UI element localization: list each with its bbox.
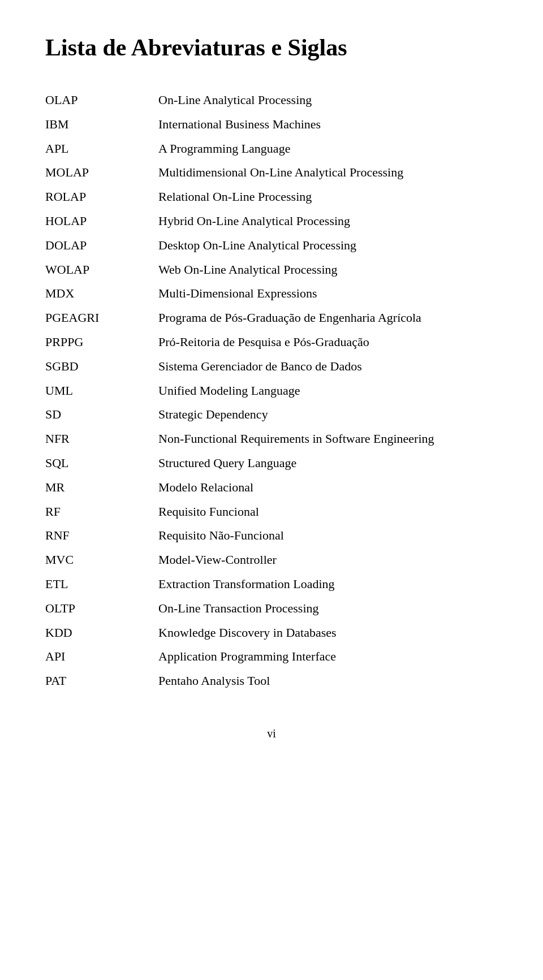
definition-cell: Multidimensional On-Line Analytical Proc… — [158, 161, 498, 185]
definition-cell: Pró-Reitoria de Pesquisa e Pós-Graduação — [158, 330, 498, 355]
abbreviation-cell: SGBD — [45, 355, 158, 379]
abbreviation-cell: OLTP — [45, 597, 158, 621]
abbreviation-cell: MOLAP — [45, 161, 158, 185]
table-row: ETLExtraction Transformation Loading — [45, 572, 498, 597]
abbreviation-cell: SD — [45, 403, 158, 427]
definition-cell: Requisito Funcional — [158, 500, 498, 524]
definition-cell: Pentaho Analysis Tool — [158, 669, 498, 693]
abbreviation-cell: API — [45, 645, 158, 669]
table-row: SGBDSistema Gerenciador de Banco de Dado… — [45, 355, 498, 379]
definition-cell: Requisito Não-Funcional — [158, 524, 498, 548]
abbreviation-cell: NFR — [45, 427, 158, 451]
table-row: SDStrategic Dependency — [45, 403, 498, 427]
abbreviations-table: OLAPOn-Line Analytical ProcessingIBMInte… — [45, 88, 498, 693]
page-title: Lista de Abreviaturas e Siglas — [45, 34, 498, 61]
definition-cell: Knowledge Discovery in Databases — [158, 621, 498, 645]
definition-cell: Sistema Gerenciador de Banco de Dados — [158, 355, 498, 379]
abbreviation-cell: RNF — [45, 524, 158, 548]
abbreviation-cell: UML — [45, 379, 158, 403]
definition-cell: Model-View-Controller — [158, 548, 498, 572]
definition-cell: On-Line Transaction Processing — [158, 597, 498, 621]
definition-cell: Hybrid On-Line Analytical Processing — [158, 209, 498, 234]
abbreviation-cell: WOLAP — [45, 258, 158, 282]
definition-cell: Extraction Transformation Loading — [158, 572, 498, 597]
table-row: WOLAPWeb On-Line Analytical Processing — [45, 258, 498, 282]
table-row: APIApplication Programming Interface — [45, 645, 498, 669]
table-row: MDXMulti-Dimensional Expressions — [45, 282, 498, 306]
definition-cell: Non-Functional Requirements in Software … — [158, 427, 498, 451]
abbreviation-cell: OLAP — [45, 88, 158, 113]
table-row: SQLStructured Query Language — [45, 451, 498, 476]
definition-cell: Modelo Relacional — [158, 476, 498, 500]
table-row: OLAPOn-Line Analytical Processing — [45, 88, 498, 113]
table-row: NFRNon-Functional Requirements in Softwa… — [45, 427, 498, 451]
abbreviation-cell: RF — [45, 500, 158, 524]
table-row: MOLAPMultidimensional On-Line Analytical… — [45, 161, 498, 185]
abbreviation-cell: DOLAP — [45, 234, 158, 258]
abbreviation-cell: ROLAP — [45, 185, 158, 209]
table-row: APLA Programming Language — [45, 137, 498, 161]
definition-cell: On-Line Analytical Processing — [158, 88, 498, 113]
table-row: DOLAPDesktop On-Line Analytical Processi… — [45, 234, 498, 258]
abbreviation-cell: MDX — [45, 282, 158, 306]
table-row: PATPentaho Analysis Tool — [45, 669, 498, 693]
abbreviation-cell: SQL — [45, 451, 158, 476]
definition-cell: Application Programming Interface — [158, 645, 498, 669]
table-row: KDDKnowledge Discovery in Databases — [45, 621, 498, 645]
abbreviation-cell: IBM — [45, 113, 158, 137]
abbreviation-cell: MVC — [45, 548, 158, 572]
table-row: PRPPGPró-Reitoria de Pesquisa e Pós-Grad… — [45, 330, 498, 355]
definition-cell: Relational On-Line Processing — [158, 185, 498, 209]
abbreviation-cell: PAT — [45, 669, 158, 693]
abbreviation-cell: APL — [45, 137, 158, 161]
definition-cell: Web On-Line Analytical Processing — [158, 258, 498, 282]
definition-cell: A Programming Language — [158, 137, 498, 161]
definition-cell: Unified Modeling Language — [158, 379, 498, 403]
abbreviation-cell: ETL — [45, 572, 158, 597]
definition-cell: Programa de Pós-Graduação de Engenharia … — [158, 306, 498, 330]
definition-cell: Structured Query Language — [158, 451, 498, 476]
definition-cell: Desktop On-Line Analytical Processing — [158, 234, 498, 258]
table-row: MVCModel-View-Controller — [45, 548, 498, 572]
abbreviation-cell: PRPPG — [45, 330, 158, 355]
table-row: UMLUnified Modeling Language — [45, 379, 498, 403]
table-row: HOLAPHybrid On-Line Analytical Processin… — [45, 209, 498, 234]
table-row: RFRequisito Funcional — [45, 500, 498, 524]
abbreviation-cell: PGEAGRI — [45, 306, 158, 330]
abbreviation-cell: KDD — [45, 621, 158, 645]
table-row: PGEAGRIPrograma de Pós-Graduação de Enge… — [45, 306, 498, 330]
abbreviation-cell: MR — [45, 476, 158, 500]
table-row: RNFRequisito Não-Funcional — [45, 524, 498, 548]
table-row: MRModelo Relacional — [45, 476, 498, 500]
page-number: vi — [45, 727, 498, 740]
table-row: OLTPOn-Line Transaction Processing — [45, 597, 498, 621]
table-row: IBMInternational Business Machines — [45, 113, 498, 137]
abbreviation-cell: HOLAP — [45, 209, 158, 234]
definition-cell: Strategic Dependency — [158, 403, 498, 427]
definition-cell: International Business Machines — [158, 113, 498, 137]
table-row: ROLAPRelational On-Line Processing — [45, 185, 498, 209]
definition-cell: Multi-Dimensional Expressions — [158, 282, 498, 306]
